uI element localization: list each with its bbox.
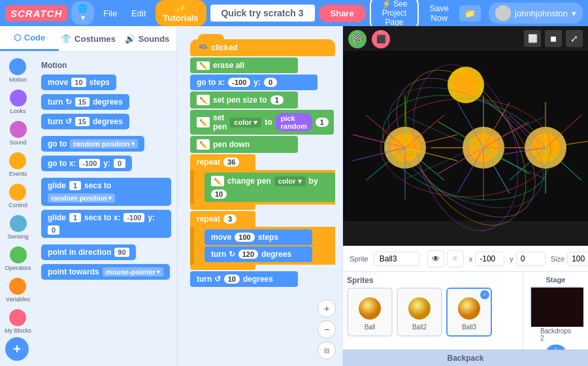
go-xy-x-input[interactable]: -100 xyxy=(79,159,100,168)
repeat-36-input[interactable]: 36 xyxy=(223,158,239,167)
scratch-logo[interactable]: SCRATCH xyxy=(5,5,67,22)
set-pen-to-label: to xyxy=(265,118,272,127)
blocks-area: Motion Looks Sound Events Control xyxy=(0,52,176,366)
tab-code[interactable]: ⬡ Code xyxy=(0,26,59,51)
set-pen-label: set pen xyxy=(213,113,227,131)
go-xy-y-input[interactable]: 0 xyxy=(114,159,125,168)
sprite-thumb-ball2[interactable]: Ball2 xyxy=(397,288,442,337)
go-to-xy-block[interactable]: go to x: -100 y: 0 xyxy=(41,156,132,171)
category-sound[interactable]: Sound xyxy=(7,118,29,148)
folder-button[interactable]: 📁 xyxy=(459,5,481,22)
category-motion[interactable]: Motion xyxy=(7,56,29,86)
x-input[interactable] xyxy=(475,252,504,266)
zoom-reset-button[interactable]: ⊟ xyxy=(318,341,336,359)
repeat-3-block[interactable]: repeat 3 move 100 steps turn ↻ 120 xyxy=(190,211,335,270)
tutorials-button[interactable]: ✨ Tutorials xyxy=(155,0,206,26)
change-pen-dropdown[interactable]: color ▾ xyxy=(274,176,306,186)
turn-cw-input[interactable]: 15 xyxy=(75,97,90,107)
sprite-thumb-ball3[interactable]: ✓ Ball3 xyxy=(446,288,492,337)
category-control[interactable]: Control xyxy=(6,181,30,211)
set-pen-size-block[interactable]: ✏️ set pen size to 1 xyxy=(190,92,298,108)
glide-secs-input[interactable]: 1 xyxy=(69,181,81,190)
move-steps-block[interactable]: move 10 steps xyxy=(41,75,116,90)
change-pen-input[interactable]: 10 xyxy=(211,190,227,199)
save-now-button[interactable]: Save Now xyxy=(423,0,455,26)
visibility-controls: 👁 👁 xyxy=(427,250,464,267)
pen-color-dropdown[interactable]: color ▾ xyxy=(230,118,261,127)
point-direction-input[interactable]: 90 xyxy=(114,248,129,257)
variables-label: Variables xyxy=(6,296,30,303)
sprite-name-input[interactable] xyxy=(374,252,419,266)
stage-fullscreen-button[interactable]: ⤢ xyxy=(566,30,583,47)
show-button[interactable]: 👁 xyxy=(427,250,444,267)
turn-ccw-block[interactable]: turn ↺ 15 degrees xyxy=(41,114,129,129)
repeat-36-block[interactable]: repeat 36 ✏️ change pen color ▾ by 10 xyxy=(190,154,335,210)
edit-menu-button[interactable]: Edit xyxy=(126,6,151,21)
user-avatar xyxy=(495,5,511,21)
final-turn-block[interactable]: turn ↺ 10 degrees xyxy=(190,271,298,287)
scripts-area[interactable]: 🏁 clicked ✏️ erase all go to x: -100 y: … xyxy=(176,26,343,366)
repeat-3-input[interactable]: 3 xyxy=(223,214,237,224)
share-button[interactable]: Share xyxy=(319,5,366,22)
inner-move-block[interactable]: move 100 steps xyxy=(204,229,312,245)
zoom-in-button[interactable]: + xyxy=(318,299,336,318)
turn-ccw-input[interactable]: 15 xyxy=(75,117,90,126)
point-towards-block[interactable]: point towards mouse-pointer ▾ xyxy=(41,264,170,280)
size-input[interactable] xyxy=(567,252,588,266)
script-x-input[interactable]: -100 xyxy=(228,78,250,87)
tab-sounds[interactable]: 🔊 Sounds xyxy=(118,26,176,51)
stage-small-button[interactable]: ⬜ xyxy=(524,30,541,47)
glide-xy-secs-input[interactable]: 1 xyxy=(69,213,81,222)
move-steps-input[interactable]: 10 xyxy=(71,78,86,87)
change-pen-color-block[interactable]: ✏️ change pen color ▾ by 10 xyxy=(204,173,335,202)
script-goto-xy-block[interactable]: go to x: -100 y: 0 xyxy=(190,75,318,90)
glide-to-dropdown[interactable]: random position ▾ xyxy=(48,193,115,203)
pick-random-input[interactable]: 1 xyxy=(316,118,329,127)
globe-button[interactable]: 🌐 ▾ xyxy=(71,1,94,25)
point-towards-dropdown[interactable]: mouse-pointer ▾ xyxy=(103,267,163,276)
zoom-out-button[interactable]: − xyxy=(318,320,336,339)
file-menu-button[interactable]: File xyxy=(98,6,122,21)
stop-button[interactable]: ⬛ xyxy=(372,30,390,48)
set-pen-color-block[interactable]: ✏️ set pen color ▾ to pick random 1 xyxy=(190,110,334,135)
tab-costumes[interactable]: 👕 Costumes xyxy=(59,26,118,51)
category-variables[interactable]: Variables xyxy=(3,275,33,305)
inner-degrees-label: degrees xyxy=(261,250,291,259)
final-turn-label: turn ↺ xyxy=(197,274,221,284)
inner-turn-block[interactable]: turn ↻ 120 degrees xyxy=(204,246,312,262)
green-flag-button[interactable]: 🏁 xyxy=(348,30,367,48)
zoom-controls: + − ⊟ xyxy=(318,299,336,359)
script-y-input[interactable]: 0 xyxy=(264,78,277,87)
category-my-blocks[interactable]: My Blocks xyxy=(2,307,34,337)
glide-xy-block[interactable]: glide 1 secs to x: -100 y: 0 xyxy=(41,210,171,238)
go-to-block[interactable]: go to random position ▾ xyxy=(41,136,144,152)
hat-block[interactable]: 🏁 clicked xyxy=(190,39,335,56)
y-input[interactable] xyxy=(516,252,546,266)
stage-thumbnail[interactable] xyxy=(530,286,582,325)
repeat-36-bottom xyxy=(190,205,255,210)
final-turn-input[interactable]: 10 xyxy=(224,274,240,284)
project-name-input[interactable] xyxy=(210,5,315,22)
main-area: ⬡ Code 👕 Costumes 🔊 Sounds Motion xyxy=(0,26,588,366)
pick-random-block[interactable]: pick random xyxy=(276,113,312,131)
turn-cw-block[interactable]: turn ↻ 15 degrees xyxy=(41,94,129,110)
pen-down-block[interactable]: ✏️ pen down xyxy=(190,136,298,153)
glide-xy-y-input[interactable]: 0 xyxy=(48,225,59,235)
user-menu-button[interactable]: johnhjohnston ▾ xyxy=(489,3,583,24)
category-events[interactable]: Events xyxy=(7,150,30,180)
inner-move-input[interactable]: 100 xyxy=(235,233,254,242)
category-sensing[interactable]: Sensing xyxy=(5,212,31,242)
backpack-area[interactable]: Backpack xyxy=(343,350,588,366)
pen-size-input[interactable]: 1 xyxy=(270,95,284,105)
go-to-dropdown[interactable]: random position ▾ xyxy=(70,139,137,148)
stage-normal-button[interactable]: ◼ xyxy=(545,30,562,47)
erase-all-block[interactable]: ✏️ erase all xyxy=(190,58,298,73)
glide-xy-x-input[interactable]: -100 xyxy=(123,213,144,222)
glide-to-block[interactable]: glide 1 secs to random position ▾ xyxy=(41,178,171,206)
sprite-thumb-ball[interactable]: Ball xyxy=(347,288,393,337)
category-operators[interactable]: Operators xyxy=(2,244,33,274)
category-looks[interactable]: Looks xyxy=(7,87,29,117)
inner-turn-input[interactable]: 120 xyxy=(238,250,258,259)
point-direction-block[interactable]: point in direction 90 xyxy=(41,244,136,260)
hide-button[interactable]: 👁 xyxy=(447,250,464,267)
